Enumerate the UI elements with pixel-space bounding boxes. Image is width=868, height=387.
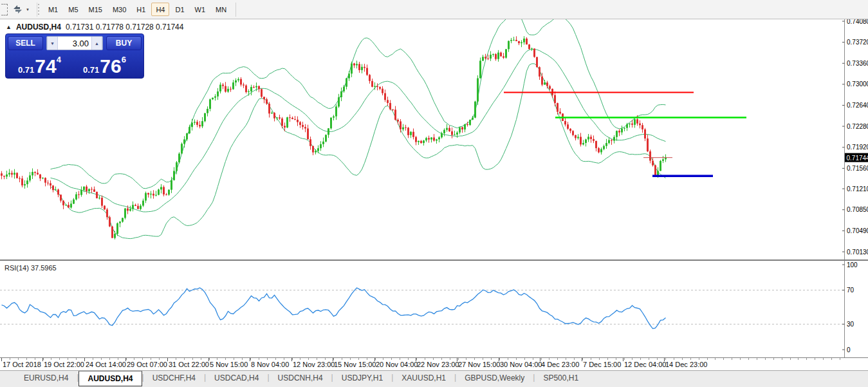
chart-tabs-bar: EURUSD,H4|AUDUSD,H4|USDCHF,H4|USDCAD,H4|… bbox=[0, 370, 868, 387]
time-axis-tick bbox=[664, 358, 665, 361]
time-axis-label: 30 Nov 04:00 bbox=[500, 361, 542, 368]
time-axis-tick bbox=[416, 358, 416, 361]
tile-windows-button[interactable]: ▼ bbox=[8, 5, 34, 14]
timeframe-button-group: M1M5M15M30H1H4D1W1MN bbox=[43, 3, 232, 16]
sell-price-pip: 4 bbox=[57, 55, 61, 64]
time-axis-tick bbox=[125, 358, 126, 361]
toolbar-separator bbox=[37, 3, 41, 17]
time-axis-tick bbox=[208, 358, 209, 361]
rsi-axis-label: 70 bbox=[847, 287, 854, 294]
chart-tab-gbpusd-weekly[interactable]: GBPUSD,Weekly bbox=[456, 371, 533, 384]
timeframe-button-d1[interactable]: D1 bbox=[171, 3, 189, 16]
price-axis-label: 0.74080 bbox=[847, 19, 868, 25]
chart-tab-usdcnh-h4[interactable]: USDCNH,H4 bbox=[270, 371, 331, 384]
chart-tab-usdchf-h4[interactable]: USDCHF,H4 bbox=[144, 371, 204, 384]
chart-tab-xauusd-h1[interactable]: XAUUSD,H1 bbox=[393, 371, 454, 384]
time-axis-label: 12 Nov 23:00 bbox=[293, 361, 335, 368]
current-price-tag: 0.71744 bbox=[845, 153, 868, 162]
time-axis-label: 27 Nov 15:00 bbox=[458, 361, 500, 368]
rsi-chart-svg[interactable]: 10070300 bbox=[0, 261, 868, 357]
chart-symbol-label: AUDUSD,H4 bbox=[16, 23, 61, 32]
time-axis-tick bbox=[1, 358, 2, 361]
timeframe-button-mn[interactable]: MN bbox=[211, 3, 231, 16]
timeframe-button-h1[interactable]: H1 bbox=[132, 3, 150, 16]
price-axis-label: 0.70130 bbox=[847, 249, 868, 256]
time-axis-tick bbox=[250, 358, 250, 361]
rsi-indicator-pane[interactable]: 10070300 RSI(14) 37.5965 bbox=[0, 260, 868, 357]
one-click-trading-panel: SELL ▼ ▲ BUY 0.71744 0.71766 bbox=[5, 33, 144, 79]
time-axis-tick bbox=[42, 358, 43, 361]
price-axis-label: 0.72280 bbox=[847, 123, 868, 130]
rsi-axis-label: 30 bbox=[847, 321, 854, 328]
time-axis-label: 4 Dec 23:00 bbox=[541, 361, 579, 368]
tile-windows-icon bbox=[12, 5, 23, 14]
time-axis-label: 14 Dec 23:00 bbox=[665, 361, 707, 368]
collapse-one-click-icon[interactable]: ▲ bbox=[6, 24, 12, 30]
time-axis[interactable]: 17 Oct 201819 Oct 22:0024 Oct 14:0029 Oc… bbox=[0, 357, 868, 370]
chart-tab-audusd-h4[interactable]: AUDUSD,H4 bbox=[78, 371, 142, 386]
svg-text:0.71744: 0.71744 bbox=[847, 155, 868, 162]
price-axis-label: 0.71560 bbox=[847, 165, 868, 172]
price-axis-label: 0.71920 bbox=[847, 144, 868, 151]
chart-tab-usdcad-h4[interactable]: USDCAD,H4 bbox=[206, 371, 267, 384]
main-price-pane[interactable]: 0.740800.737200.733600.730000.726400.722… bbox=[0, 19, 868, 260]
time-axis-tick bbox=[582, 358, 582, 361]
price-axis-label: 0.71210 bbox=[847, 185, 868, 193]
time-axis-tick bbox=[623, 358, 623, 361]
buy-price-display[interactable]: 0.71766 bbox=[73, 52, 136, 76]
rsi-indicator-label: RSI(14) 37.5965 bbox=[5, 264, 57, 272]
rsi-axis-label: 100 bbox=[847, 261, 858, 269]
time-axis-tick bbox=[457, 358, 457, 361]
price-axis-label: 0.72640 bbox=[847, 102, 868, 109]
buy-price-pip: 6 bbox=[122, 55, 126, 64]
time-axis-label: 22 Nov 23:00 bbox=[417, 361, 459, 368]
time-axis-label: 29 Oct 07:00 bbox=[127, 361, 167, 368]
time-axis-tick bbox=[374, 358, 375, 361]
price-axis-label: 0.73720 bbox=[847, 39, 868, 46]
time-axis-label: 12 Dec 04:00 bbox=[624, 361, 666, 368]
sell-price-prefix: 0.71 bbox=[18, 66, 34, 74]
chart-tab-usdjpy-h1[interactable]: USDJPY,H1 bbox=[333, 371, 391, 384]
sell-price-main: 74 bbox=[35, 59, 56, 74]
time-axis-tick bbox=[333, 358, 333, 361]
time-axis-label: 24 Oct 14:00 bbox=[86, 361, 126, 368]
time-axis-tick bbox=[84, 358, 85, 361]
chart-tab-sp500-h1[interactable]: SP500,H1 bbox=[535, 371, 587, 384]
time-axis-label: 20 Nov 04:00 bbox=[376, 361, 418, 368]
volume-increase-button[interactable]: ▲ bbox=[91, 37, 102, 50]
time-axis-tick bbox=[540, 358, 540, 361]
chart-tab-eurusd-h4[interactable]: EURUSD,H4 bbox=[15, 371, 77, 384]
rsi-line bbox=[2, 288, 666, 328]
time-axis-tick bbox=[499, 358, 499, 361]
timeframe-button-m5[interactable]: M5 bbox=[64, 3, 82, 16]
price-axis-label: 0.73000 bbox=[847, 80, 868, 88]
time-axis-label: 15 Nov 15:00 bbox=[334, 361, 376, 368]
buy-price-main: 76 bbox=[100, 59, 121, 74]
chevron-down-icon[interactable]: ▼ bbox=[26, 8, 30, 12]
clipped-toolbar-icon bbox=[1, 4, 8, 15]
volume-decrease-button[interactable]: ▼ bbox=[47, 37, 58, 50]
timeframe-button-m1[interactable]: M1 bbox=[44, 3, 62, 16]
rsi-axis-label: 0 bbox=[847, 346, 851, 354]
volume-input[interactable] bbox=[58, 37, 91, 50]
timeframe-button-m15[interactable]: M15 bbox=[84, 3, 107, 16]
price-axis-label: 0.70490 bbox=[847, 227, 868, 234]
sell-button[interactable]: SELL bbox=[8, 36, 43, 50]
sell-price-display[interactable]: 0.71744 bbox=[8, 52, 71, 76]
time-axis-label: 8 Nov 04:00 bbox=[251, 361, 289, 368]
volume-stepper: ▼ ▲ bbox=[46, 36, 103, 50]
time-axis-label: 5 Nov 15:00 bbox=[210, 361, 248, 368]
time-axis-label: 7 Dec 15:00 bbox=[583, 361, 621, 368]
time-axis-tick bbox=[167, 358, 168, 361]
buy-price-prefix: 0.71 bbox=[83, 66, 99, 74]
time-axis-tick bbox=[291, 358, 292, 361]
timeframe-button-w1[interactable]: W1 bbox=[190, 3, 210, 16]
chart-ohlc-values: 0.71731 0.71778 0.71728 0.71744 bbox=[66, 23, 184, 32]
toolbar-separator bbox=[235, 3, 236, 17]
top-toolbar: ▼ M1M5M15M30H1H4D1W1MN bbox=[0, 0, 868, 19]
timeframe-button-m30[interactable]: M30 bbox=[108, 3, 131, 16]
chart-title: ▲ AUDUSD,H4 0.71731 0.71778 0.71728 0.71… bbox=[6, 23, 183, 32]
timeframe-button-h4[interactable]: H4 bbox=[151, 3, 169, 16]
buy-button[interactable]: BUY bbox=[106, 36, 142, 50]
price-axis-label: 0.70850 bbox=[847, 206, 868, 213]
